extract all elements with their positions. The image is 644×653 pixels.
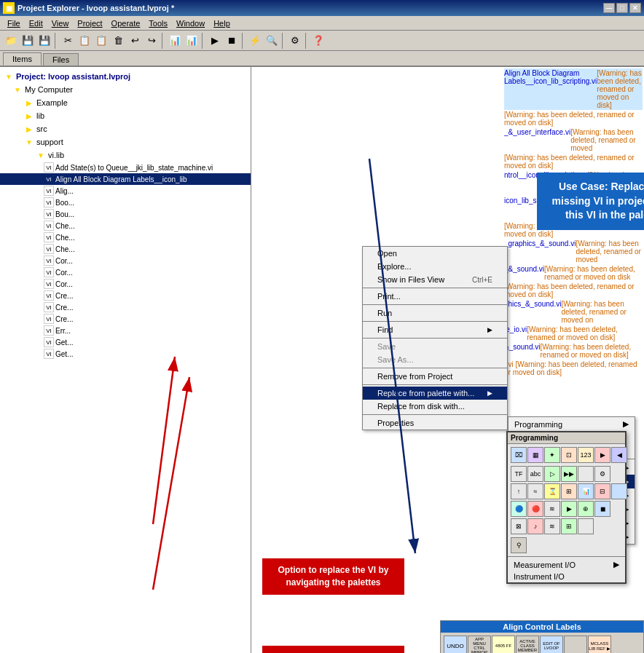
pal-btn-8[interactable]: TF (511, 466, 527, 482)
pal-btn-4[interactable]: ⊡ (561, 447, 577, 463)
menu-help[interactable]: Help (209, 18, 235, 28)
pal-btn-17[interactable]: ⊞ (561, 483, 577, 499)
tree-vi-17[interactable]: VI Get... (0, 348, 251, 360)
pal-btn-28[interactable]: ♪ (527, 518, 543, 534)
tree-vi-2[interactable]: VI Align All Block Diagram Labels__icon_… (0, 173, 251, 185)
pal-btn-32[interactable]: ⚲ (511, 537, 527, 553)
tree-lib[interactable]: ▶ lib (0, 109, 251, 122)
tb-search[interactable]: 🔍 (264, 33, 280, 49)
sm-programming[interactable]: Programming ▶ (508, 417, 635, 431)
tb-run[interactable]: ▶ (207, 33, 223, 49)
tree-root[interactable]: ▼ Project: lvoop assistant.lvproj (0, 70, 251, 83)
minimize-button[interactable]: — (603, 3, 615, 13)
pal-btn-12[interactable] (578, 466, 594, 482)
tab-files[interactable]: Files (43, 53, 79, 66)
tree-vi-16[interactable]: VI Get... (0, 336, 251, 348)
pal-btn-19[interactable]: ⊟ (594, 483, 610, 499)
tree-vi-11[interactable]: VI Cor... (0, 278, 251, 290)
menu-window[interactable]: Window (172, 18, 209, 28)
pal-btn-21[interactable]: 🔵 (511, 501, 527, 517)
cm-find[interactable]: Find ▶ (363, 323, 507, 336)
pal-btn-31[interactable] (578, 518, 594, 534)
pal-btn-5[interactable]: 123 (578, 447, 594, 463)
tree-vi-5[interactable]: VI Bou... (0, 208, 251, 220)
tree-vi-12[interactable]: VI Cre... (0, 290, 251, 301)
tb-stop[interactable]: ⏹ (224, 33, 240, 49)
tb-chart1[interactable]: 📊 (167, 33, 183, 49)
close-button[interactable]: ✕ (629, 3, 641, 13)
tree-mycomputer[interactable]: ▼ My Computer (0, 83, 251, 96)
menu-file[interactable]: File (3, 18, 25, 28)
maximize-button[interactable]: □ (616, 3, 628, 13)
pal-btn-11[interactable]: ▶▶ (561, 466, 577, 482)
acl-btn-3[interactable]: 4805 FF (492, 636, 515, 653)
tree-vi-7[interactable]: VI Che... (0, 231, 251, 243)
tree-example[interactable]: ▶ Example (0, 96, 251, 109)
pal-btn-15[interactable]: ≈ (527, 483, 543, 499)
menu-operate[interactable]: Operate (107, 18, 145, 28)
tb-delete[interactable]: 🗑 (110, 33, 126, 49)
pal-btn-26[interactable]: ◼ (594, 501, 610, 517)
pal-cat-instrument[interactable]: Instrument I/O (508, 571, 625, 582)
cm-showfiles[interactable]: Show in Files View Ctrl+E (363, 273, 507, 286)
pal-btn-2[interactable]: ▦ (527, 447, 543, 463)
pal-btn-22[interactable]: 🔴 (527, 501, 543, 517)
tb-help[interactable]: ❓ (310, 33, 326, 49)
cm-removefromproject[interactable]: Remove from Project (363, 370, 507, 383)
pal-btn-14[interactable]: ↑ (511, 483, 527, 499)
cm-replacepalette[interactable]: Replace from palette with... ▶ (363, 387, 507, 400)
acl-btn-7[interactable]: MCLASS LIB REF ▶ (588, 636, 611, 653)
tb-cut[interactable]: ✂ (60, 33, 76, 49)
cm-replacedisk[interactable]: Replace from disk with... (363, 400, 507, 413)
cm-open[interactable]: Open (363, 247, 507, 260)
tb-new[interactable]: 📁 (3, 33, 19, 49)
tb-save2[interactable]: 💾 (36, 33, 52, 49)
pal-btn-7[interactable]: ◀ (611, 447, 627, 463)
tb-gear[interactable]: ⚙ (287, 33, 303, 49)
pal-btn-23[interactable]: ≋ (544, 501, 560, 517)
tree-vi-6[interactable]: VI Che... (0, 220, 251, 231)
cm-saveas[interactable]: Save As... (363, 353, 507, 366)
tb-bolt[interactable]: ⚡ (247, 33, 263, 49)
pal-btn-1[interactable]: ⌧ (511, 447, 527, 463)
pal-btn-29[interactable]: ≋ (544, 518, 560, 534)
pal-btn-10[interactable]: ▷ (544, 466, 560, 482)
acl-btn-5[interactable]: EDIT OF LVOOP (540, 636, 563, 653)
menu-tools[interactable]: Tools (144, 18, 172, 28)
acl-btn-1[interactable]: UNDO (444, 636, 467, 653)
pal-btn-3[interactable]: ✦ (544, 447, 560, 463)
tree-vi-14[interactable]: VI Cre... (0, 313, 251, 325)
menu-edit[interactable]: Edit (25, 18, 47, 28)
tree-vi-15[interactable]: VI Err... (0, 325, 251, 336)
tb-paste[interactable]: 📋 (93, 33, 109, 49)
tree-vi-13[interactable]: VI Cre... (0, 301, 251, 313)
pal-btn-24[interactable]: ▶ (561, 501, 577, 517)
window-controls[interactable]: — □ ✕ (603, 3, 641, 13)
tree-vi-10[interactable]: VI Cor... (0, 266, 251, 278)
tree-vi-4[interactable]: VI Boo... (0, 197, 251, 208)
tb-copy[interactable]: 📋 (76, 33, 93, 49)
tree-vi-3[interactable]: VI Alig... (0, 185, 251, 197)
tree-vilib[interactable]: ▼ vi.lib (0, 149, 251, 162)
pal-btn-20[interactable] (611, 483, 627, 499)
tb-undo[interactable]: ↩ (127, 33, 143, 49)
tb-chart2[interactable]: 📊 (184, 33, 200, 49)
tab-items[interactable]: Items (3, 52, 42, 66)
pal-btn-27[interactable]: ⊠ (511, 518, 527, 534)
acl-btn-2[interactable]: APP MENU CTRL MPROP (468, 636, 491, 653)
tree-support[interactable]: ▼ support (0, 135, 251, 149)
tb-redo[interactable]: ↪ (144, 33, 160, 49)
acl-btn-4[interactable]: ACTIVE CLASS MEMBER (516, 636, 539, 653)
cm-save[interactable]: Save (363, 340, 507, 353)
cm-properties[interactable]: Properties (363, 416, 507, 430)
tree-vi-8[interactable]: VI Che... (0, 243, 251, 255)
pal-btn-13[interactable]: ⚙ (594, 466, 610, 482)
menu-project[interactable]: Project (73, 18, 106, 28)
acl-btn-6[interactable] (564, 636, 587, 653)
cm-explore[interactable]: Explore... (363, 260, 507, 273)
pal-btn-16[interactable]: ⌛ (544, 483, 560, 499)
menu-view[interactable]: View (47, 18, 74, 28)
tb-save1[interactable]: 💾 (20, 33, 36, 49)
tree-vi-9[interactable]: VI Cor... (0, 255, 251, 266)
tree-src[interactable]: ▶ src (0, 122, 251, 135)
